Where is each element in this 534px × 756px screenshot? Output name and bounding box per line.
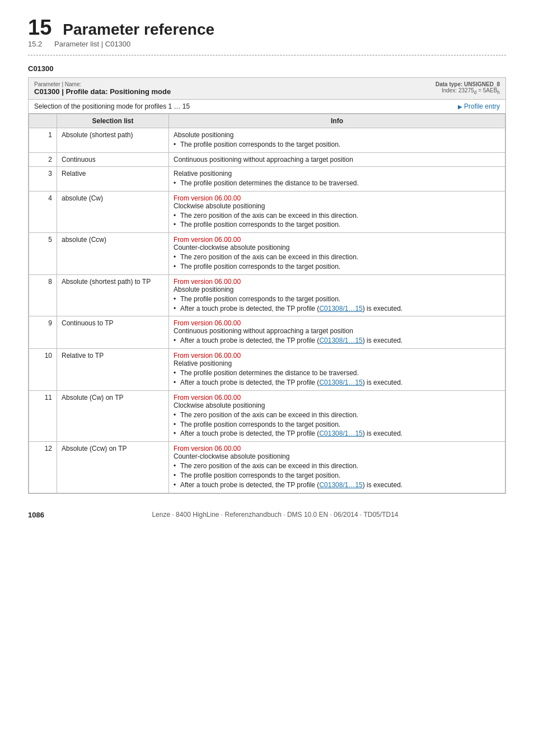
from-version: From version 06.00.00 bbox=[174, 278, 500, 286]
info-main: Clockwise absolute positioning bbox=[174, 202, 500, 210]
row-selection: absolute (Cw) bbox=[57, 191, 169, 233]
info-bullet: After a touch probe is detected, the TP … bbox=[174, 336, 500, 346]
info-bullets: The profile position determines the dist… bbox=[174, 179, 500, 188]
param-full-name: C01300 | Profile data: Positioning mode bbox=[34, 87, 171, 96]
info-bullets: The zero position of the axis can be exc… bbox=[174, 410, 500, 438]
info-main: Relative positioning bbox=[174, 170, 500, 178]
chapter-title: Parameter reference bbox=[63, 21, 214, 39]
info-main: Clockwise absolute positioning bbox=[174, 402, 500, 409]
chapter-number: 15 bbox=[28, 17, 51, 38]
table-row: 9Continuous to TPFrom version 06.00.00Co… bbox=[29, 316, 505, 349]
row-info: From version 06.00.00Continuous position… bbox=[169, 316, 505, 349]
profile-entry-link[interactable]: Profile entry bbox=[458, 102, 500, 110]
info-bullet: The zero position of the axis can be exc… bbox=[174, 211, 500, 221]
param-header-left: Parameter | Name: C01300 | Profile data:… bbox=[34, 81, 171, 96]
table-row: 3RelativeRelative positioningThe profile… bbox=[29, 166, 505, 191]
info-main: Absolute positioning bbox=[174, 131, 500, 139]
col-header-selection: Selection list bbox=[57, 114, 169, 128]
row-selection: Relative to TP bbox=[57, 349, 169, 391]
info-bullet: After a touch probe is detected, the TP … bbox=[174, 378, 500, 388]
cross-reference-link[interactable]: C01308/1…15 bbox=[319, 430, 362, 437]
row-number: 2 bbox=[29, 152, 57, 166]
info-bullets: The zero position of the axis can be exc… bbox=[174, 211, 500, 230]
index-label: Index: 23275d = 5AEBh bbox=[435, 87, 500, 95]
cross-reference-link[interactable]: C01308/1…15 bbox=[319, 379, 362, 386]
col-header-num bbox=[29, 114, 57, 128]
row-info: From version 06.00.00Clockwise absolute … bbox=[169, 390, 505, 441]
from-version: From version 06.00.00 bbox=[174, 319, 500, 327]
row-selection: absolute (Ccw) bbox=[57, 233, 169, 275]
cross-reference-link[interactable]: C01308/1…15 bbox=[319, 337, 362, 344]
row-info: From version 06.00.00Absolute positionin… bbox=[169, 274, 505, 316]
info-bullets: The zero position of the axis can be exc… bbox=[174, 461, 500, 489]
row-selection: Absolute (Ccw) on TP bbox=[57, 442, 169, 493]
info-bullet: After a touch probe is detected, the TP … bbox=[174, 304, 500, 314]
row-number: 10 bbox=[29, 349, 57, 391]
info-bullet: The zero position of the axis can be exc… bbox=[174, 253, 500, 262]
info-bullet: The profile position corresponds to the … bbox=[174, 471, 500, 480]
info-bullets: The zero position of the axis can be exc… bbox=[174, 253, 500, 272]
info-bullets: After a touch probe is detected, the TP … bbox=[174, 336, 500, 346]
row-number: 5 bbox=[29, 233, 57, 275]
info-bullet: The profile position corresponds to the … bbox=[174, 262, 500, 272]
data-type: Data type: UNSIGNED_8 bbox=[435, 81, 500, 87]
info-main: Counter-clockwise absolute positioning bbox=[174, 452, 500, 460]
row-number: 4 bbox=[29, 191, 57, 233]
info-bullet: The profile position corresponds to the … bbox=[174, 220, 500, 230]
row-info: From version 06.00.00Relative positionin… bbox=[169, 349, 505, 391]
page-header: 15 Parameter reference 15.2 Parameter li… bbox=[28, 17, 506, 48]
row-number: 12 bbox=[29, 442, 57, 493]
col-header-info: Info bbox=[169, 114, 505, 128]
row-info: Absolute positioningThe profile position… bbox=[169, 128, 505, 153]
info-main: Relative positioning bbox=[174, 360, 500, 367]
row-info: Continuous positioning without approachi… bbox=[169, 152, 505, 166]
from-version: From version 06.00.00 bbox=[174, 352, 500, 360]
table-row: 11Absolute (Cw) on TPFrom version 06.00.… bbox=[29, 390, 505, 441]
page-footer: 1086 Lenze · 8400 HighLine · Referenzhan… bbox=[28, 511, 506, 519]
from-version: From version 06.00.00 bbox=[174, 445, 500, 452]
row-number: 8 bbox=[29, 274, 57, 316]
info-bullets: The profile position corresponds to the … bbox=[174, 295, 500, 314]
row-info: From version 06.00.00Counter-clockwise a… bbox=[169, 233, 505, 275]
section-divider bbox=[28, 55, 506, 55]
page-number: 1086 bbox=[28, 511, 44, 519]
cross-reference-link[interactable]: C01308/1…15 bbox=[319, 305, 362, 312]
param-description: Selection of the positioning mode for pr… bbox=[34, 102, 190, 110]
footer-center: Lenze · 8400 HighLine · Referenzhandbuch… bbox=[152, 511, 398, 519]
info-bullet: The profile position determines the dist… bbox=[174, 179, 500, 188]
row-selection: Absolute (shortest path) to TP bbox=[57, 274, 169, 316]
param-description-row: Selection of the positioning mode for pr… bbox=[29, 100, 505, 114]
param-header: Parameter | Name: C01300 | Profile data:… bbox=[29, 78, 505, 100]
param-header-right: Data type: UNSIGNED_8 Index: 23275d = 5A… bbox=[435, 81, 500, 95]
info-bullet: The profile position corresponds to the … bbox=[174, 140, 500, 150]
from-version: From version 06.00.00 bbox=[174, 194, 500, 202]
row-number: 3 bbox=[29, 166, 57, 191]
table-row: 2ContinuousContinuous positioning withou… bbox=[29, 152, 505, 166]
table-row: 12Absolute (Ccw) on TPFrom version 06.00… bbox=[29, 442, 505, 493]
info-main: Continuous positioning without approachi… bbox=[174, 327, 500, 335]
info-bullet: The zero position of the axis can be exc… bbox=[174, 410, 500, 420]
from-version: From version 06.00.00 bbox=[174, 236, 500, 244]
param-id: C01300 bbox=[28, 64, 506, 73]
row-info: From version 06.00.00Clockwise absolute … bbox=[169, 191, 505, 233]
info-bullet: After a touch probe is detected, the TP … bbox=[174, 429, 500, 438]
cross-reference-link[interactable]: C01308/1…15 bbox=[319, 481, 362, 489]
section-label: Parameter list | C01300 bbox=[54, 40, 130, 48]
info-main: Absolute positioning bbox=[174, 286, 500, 293]
info-main: Continuous positioning without approachi… bbox=[174, 156, 500, 164]
row-selection: Continuous to TP bbox=[57, 316, 169, 349]
info-bullets: The profile position determines the dist… bbox=[174, 368, 500, 388]
section-number: 15.2 bbox=[28, 40, 42, 48]
info-bullet: The profile position corresponds to the … bbox=[174, 420, 500, 430]
row-number: 1 bbox=[29, 128, 57, 153]
row-info: From version 06.00.00Counter-clockwise a… bbox=[169, 442, 505, 493]
row-selection: Absolute (shortest path) bbox=[57, 128, 169, 153]
row-number: 9 bbox=[29, 316, 57, 349]
table-row: 4absolute (Cw)From version 06.00.00Clock… bbox=[29, 191, 505, 233]
info-bullets: The profile position corresponds to the … bbox=[174, 140, 500, 150]
row-selection: Continuous bbox=[57, 152, 169, 166]
from-version: From version 06.00.00 bbox=[174, 394, 500, 402]
row-selection: Absolute (Cw) on TP bbox=[57, 390, 169, 441]
table-row: 5absolute (Ccw)From version 06.00.00Coun… bbox=[29, 233, 505, 275]
table-row: 8Absolute (shortest path) to TPFrom vers… bbox=[29, 274, 505, 316]
